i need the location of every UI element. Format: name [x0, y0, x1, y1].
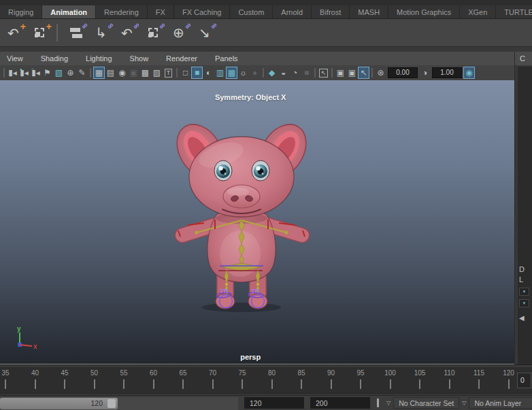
textured-icon[interactable]: ▥ [214, 67, 226, 79]
timeline-tick: 65 [183, 369, 190, 377]
flat-lighting-icon[interactable]: ● [249, 67, 261, 79]
tab-label: Bifrost [320, 8, 341, 16]
anim-layer-menu-arrow-icon[interactable]: ▽ [462, 400, 466, 406]
tab-fx[interactable]: FX [148, 5, 174, 18]
field-chart-icon[interactable]: ▩ [139, 67, 151, 79]
point-constraint-icon[interactable]: ↳ ∞ [91, 23, 111, 43]
channels-menu[interactable]: C [520, 54, 525, 63]
range-slider-track[interactable]: 120 [0, 397, 238, 410]
toolbar-icon-glyph: ⊕ [173, 26, 184, 39]
panel-toolbar-icon-glyph: ▤ [107, 69, 114, 77]
height-adjust-handle[interactable] [377, 398, 379, 407]
motion-blur-icon[interactable]: ◔ [289, 67, 301, 79]
animation-end-field[interactable]: 200 [310, 397, 370, 409]
pan-zoom-icon[interactable]: ⊕ [65, 67, 76, 79]
panel-toolbar-icon-glyph: ▣ [337, 69, 344, 77]
rig-left-knee-joint [225, 283, 228, 286]
tab-custom[interactable]: Custom [230, 5, 273, 18]
selection-highlight-icon[interactable]: ↖ [318, 67, 329, 79]
tab-label: Motion Graphics [397, 8, 451, 16]
occlusion-icon[interactable]: ◒ [278, 67, 289, 79]
display-tab-label[interactable]: D [519, 265, 525, 274]
tab-animation[interactable]: Animation [42, 5, 96, 18]
exposure-field[interactable]: 0.00 [388, 67, 418, 78]
safe-title-icon[interactable]: T [163, 67, 174, 79]
layer-option-button-1[interactable]: ▾ [519, 288, 529, 296]
camera-select-icon[interactable]: ▮◂ [7, 67, 18, 79]
camera-lock-icon[interactable]: ▮◂ ● [18, 67, 30, 79]
aim-constraint-icon[interactable]: ⊕ ∞ [169, 23, 188, 43]
unused-toggle-icon[interactable]: ■ [301, 67, 312, 79]
panel-collapse-arrow-icon[interactable]: ◀ [519, 314, 525, 322]
isolate-select-icon[interactable]: ↖ [358, 67, 369, 79]
resolution-gate-icon[interactable]: ◉ [116, 67, 128, 79]
smooth-shade-icon[interactable]: ■ [191, 67, 203, 79]
menu-show[interactable]: Show [130, 54, 149, 63]
grid-icon[interactable]: ▦ [93, 67, 105, 79]
scale-constraint-icon[interactable]: ∞ [143, 23, 163, 43]
pole-vector-constraint-icon[interactable]: ↘ ∞ [195, 23, 214, 43]
tab-motion-graphics[interactable]: Motion Graphics [388, 5, 460, 18]
range-slider-bar[interactable]: 120 [0, 398, 118, 409]
lighting-icon[interactable]: ☼ [237, 67, 249, 79]
layers-tab-label[interactable]: L [519, 275, 523, 284]
separator [314, 68, 316, 78]
tab-label: FX Caching [182, 8, 221, 16]
layer-option-button-2[interactable]: ▾ [519, 299, 529, 307]
film-gate-icon[interactable]: ▤ [105, 67, 116, 79]
tab-arnold[interactable]: Arnold [273, 5, 312, 18]
character-set-menu-arrow-icon[interactable]: ▽ [386, 400, 390, 406]
wireframe-icon[interactable]: □ [180, 67, 191, 79]
menu-panels[interactable]: Panels [215, 54, 238, 63]
tab-fx-caching[interactable]: FX Caching [174, 5, 230, 18]
range-slider-handle[interactable] [107, 399, 116, 408]
gate-mask-icon[interactable]: ▣ [128, 67, 139, 79]
viewport-persp[interactable]: Symmetry: Object X [0, 80, 514, 364]
toolbar-icon-glyph: ↘ [199, 26, 210, 39]
tab-mash[interactable]: MASH [350, 5, 388, 18]
pig-body-group[interactable] [167, 116, 315, 312]
orient-constraint-icon[interactable]: ↷ ∞ [117, 23, 137, 43]
wireframe-on-shaded-icon[interactable]: ▦ [226, 67, 237, 79]
panel-toolbar-icon-glyph: ■ [304, 69, 309, 77]
curved-arrow-tool-icon[interactable]: ↷ + [3, 23, 23, 43]
camera-attributes-icon[interactable]: ▮◂ ○ [30, 67, 41, 79]
pig-character[interactable]: TR TR [0, 80, 514, 364]
box-marker-tool-icon[interactable]: + [29, 23, 49, 43]
gamma-field[interactable]: 1.00 [432, 67, 462, 78]
timeline-ruler[interactable]: 3540455055606570758085909510010511011512… [0, 367, 517, 393]
tab-turtle[interactable]: TURTLE [496, 5, 532, 18]
timeline-tick: 35 [5, 369, 13, 377]
image-plane-icon[interactable]: ▧ [53, 67, 65, 79]
timeline-tick: 90 [331, 369, 339, 377]
menu-renderer[interactable]: Renderer [166, 54, 197, 63]
tab-rendering[interactable]: Rendering [96, 5, 148, 18]
menu-view[interactable]: View [7, 54, 23, 63]
main-toolbar: ↷ + + ∞ ↳ ∞ ↷ [0, 19, 532, 46]
gamma-icon[interactable]: ◑ [419, 67, 431, 79]
snapshot-icon[interactable]: ▣ [335, 67, 346, 79]
exposure-icon[interactable]: ⊛ [375, 67, 386, 79]
bookmark-icon[interactable]: ⚑ [41, 67, 53, 79]
tab-rigging[interactable]: Rigging [0, 5, 42, 18]
playback-end-field[interactable]: 120 [244, 397, 304, 409]
safe-action-icon[interactable]: ▨ [151, 67, 163, 79]
menu-shading[interactable]: Shading [41, 54, 68, 63]
color-management-icon[interactable]: ◉ [463, 67, 475, 79]
tab-xgen[interactable]: XGen [460, 5, 496, 18]
tab-bifrost[interactable]: Bifrost [312, 5, 350, 18]
default-material-icon[interactable]: ◐ [203, 67, 214, 79]
shadows-icon[interactable]: ◆ [266, 67, 278, 79]
left-foot-ik-label: TR [220, 287, 229, 294]
grease-pencil-icon[interactable]: ✎ [76, 67, 88, 79]
current-frame-field[interactable]: 0 [517, 373, 531, 388]
character-set-dropdown[interactable]: No Character Set [393, 397, 459, 409]
menu-lighting[interactable]: Lighting [86, 54, 112, 63]
anim-layer-dropdown[interactable]: No Anim Layer [469, 397, 532, 409]
timeline-tick: 85 [301, 369, 309, 377]
parent-constraint-icon[interactable]: ∞ [65, 23, 85, 43]
rig-skeleton[interactable]: TR TR [178, 220, 305, 308]
snapshot-multi-icon[interactable]: ▣ [346, 67, 358, 79]
panel-toolbar-icon-glyph: ✎ [78, 69, 85, 77]
range-end-label: 120 [90, 399, 103, 407]
